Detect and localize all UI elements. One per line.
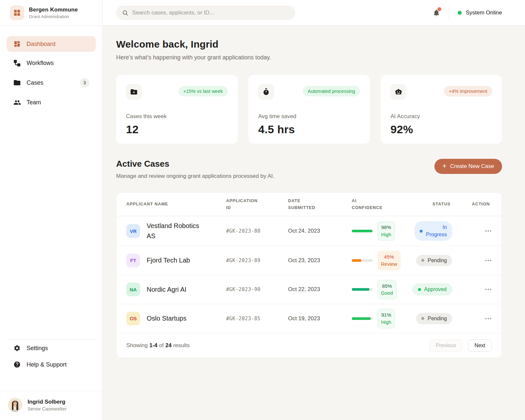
timer-icon	[258, 84, 274, 100]
application-id: #GK-2023-88	[226, 228, 288, 234]
status-label: Approved	[424, 286, 447, 292]
sidebar-spacer	[0, 110, 102, 339]
table-row[interactable]: VR Vestland Robotics AS #GK-2023-88 Oct …	[116, 216, 502, 246]
brand-logo-icon	[10, 6, 24, 20]
stat-badge: Automated processing	[303, 86, 360, 96]
sidebar-item-help[interactable]: Help & Support	[7, 357, 96, 372]
table-row[interactable]: FT Fjord Tech Lab #GK-2023-89 Oct 23, 20…	[116, 246, 502, 275]
search-input[interactable]	[132, 10, 289, 16]
stat-card-accuracy: +4% improvement AI Accuracy 92%	[381, 75, 502, 144]
status-label: In Progress	[426, 224, 447, 239]
user-avatar	[8, 398, 22, 412]
user-role: Senior Caseworker	[28, 406, 67, 411]
applicant-name: Oslo Startups	[147, 313, 186, 324]
date-submitted: Oct 24, 2023	[288, 228, 352, 234]
applicant-avatar: NA	[126, 283, 140, 296]
sidebar-item-team[interactable]: Team	[7, 94, 96, 110]
col-status: Status	[432, 201, 472, 207]
applicant-name: Nordic Agri AI	[147, 284, 186, 295]
table-row[interactable]: NA Nordic Agri AI #GK-2023-90 Oct 22, 20…	[116, 275, 502, 304]
page-subtitle: Here's what's happening with your grant …	[116, 54, 502, 61]
status-label: Pending	[428, 316, 447, 322]
status-label: Pending	[428, 258, 447, 263]
notification-dot	[437, 7, 441, 11]
status-dot	[420, 230, 423, 233]
applicant-cell: OS Oslo Startups	[126, 312, 226, 326]
confidence-bar	[352, 259, 373, 262]
brand-subtitle: Grant Administration	[29, 14, 78, 19]
row-actions-button[interactable]	[485, 258, 492, 263]
topbar-right: System Online	[432, 6, 502, 19]
confidence-percent: 98%	[381, 224, 391, 231]
content: Welcome back, Ingrid Here's what's happe…	[103, 26, 525, 358]
team-icon	[13, 98, 21, 106]
col-action: Action	[472, 201, 492, 207]
sidebar-footer-nav: Settings Help & Support	[0, 340, 102, 391]
applicant-avatar: OS	[126, 312, 140, 326]
brand-text: Bergen Kommune Grant Administration	[29, 7, 78, 19]
applicant-cell: NA Nordic Agri AI	[126, 283, 226, 296]
status-online-dot	[458, 11, 462, 15]
sidebar-item-label: Cases	[27, 79, 43, 86]
folder-icon	[13, 79, 21, 87]
status-badge: Pending	[416, 313, 452, 324]
date-submitted: Oct 22, 2023	[288, 286, 352, 293]
topbar: System Online	[103, 0, 525, 26]
confidence-label: High	[381, 231, 391, 238]
sidebar: Bergen Kommune Grant Administration Dash…	[0, 0, 103, 420]
table-header: Applicant Name Application ID Date Submi…	[116, 193, 502, 216]
confidence-label: Review	[381, 261, 397, 268]
confidence-badge: 85% Good	[377, 280, 397, 300]
workflow-icon	[13, 59, 21, 67]
create-new-case-button[interactable]: + Create New Case	[434, 159, 502, 174]
stat-card-time: Automated processing Avg time saved 4.5 …	[248, 75, 370, 144]
stat-value: 4.5 hrs	[258, 123, 360, 136]
col-application-id: Application ID	[226, 198, 263, 211]
help-icon	[13, 361, 21, 368]
main: System Online Welcome back, Ingrid Here'…	[103, 0, 525, 420]
sidebar-item-label: Team	[27, 99, 41, 106]
next-page-button[interactable]: Next	[468, 339, 492, 352]
confidence-bar	[352, 230, 373, 232]
confidence-bar-fill	[352, 259, 361, 262]
previous-page-button[interactable]: Previous	[429, 339, 463, 352]
confidence-badge: 91% High	[377, 309, 395, 328]
sidebar-item-settings[interactable]: Settings	[7, 340, 96, 356]
confidence-percent: 45%	[381, 253, 397, 261]
stat-label: Cases this week	[126, 113, 228, 120]
pagination: Previous Next	[429, 339, 492, 352]
section-title: Active Cases	[116, 159, 274, 169]
confidence-label: High	[381, 319, 391, 326]
stat-value: 12	[126, 123, 228, 136]
system-status-label: System Online	[466, 10, 502, 16]
applicant-cell: FT Fjord Tech Lab	[126, 254, 226, 267]
sidebar-item-dashboard[interactable]: Dashboard	[7, 36, 96, 52]
confidence-bar-fill	[352, 230, 372, 232]
table-footer: Showing1-4of24results Previous Next	[116, 333, 502, 358]
search-box[interactable]	[116, 6, 295, 20]
user-profile[interactable]: Ingrid Solberg Senior Caseworker	[0, 391, 102, 420]
confidence-bar-fill	[352, 317, 371, 320]
user-text: Ingrid Solberg Senior Caseworker	[28, 399, 67, 411]
sidebar-item-cases[interactable]: Cases 3	[7, 74, 96, 91]
bot-icon	[390, 84, 406, 100]
section-subtitle: Manage and review ongoing grant applicat…	[116, 173, 274, 179]
table-row[interactable]: OS Oslo Startups #GK-2023-85 Oct 19, 202…	[116, 304, 502, 333]
col-ai-confidence: AI Confidence	[352, 198, 388, 211]
gear-icon	[13, 344, 21, 352]
notifications-bell-icon[interactable]	[432, 9, 440, 17]
user-name: Ingrid Solberg	[28, 399, 67, 405]
status-dot	[418, 288, 421, 291]
application-id: #GK-2023-90	[226, 286, 288, 292]
cases-table: Applicant Name Application ID Date Submi…	[116, 192, 502, 358]
confidence-percent: 91%	[381, 311, 391, 319]
page-title: Welcome back, Ingrid	[116, 39, 502, 50]
sidebar-item-workflows[interactable]: Workflows	[7, 55, 96, 71]
application-id: #GK-2023-89	[226, 258, 288, 263]
confidence-bar	[352, 288, 373, 291]
sidebar-item-label: Dashboard	[27, 41, 55, 48]
row-actions-button[interactable]	[485, 228, 492, 234]
search-icon	[122, 10, 128, 16]
row-actions-button[interactable]	[485, 316, 492, 321]
row-actions-button[interactable]	[485, 287, 492, 292]
